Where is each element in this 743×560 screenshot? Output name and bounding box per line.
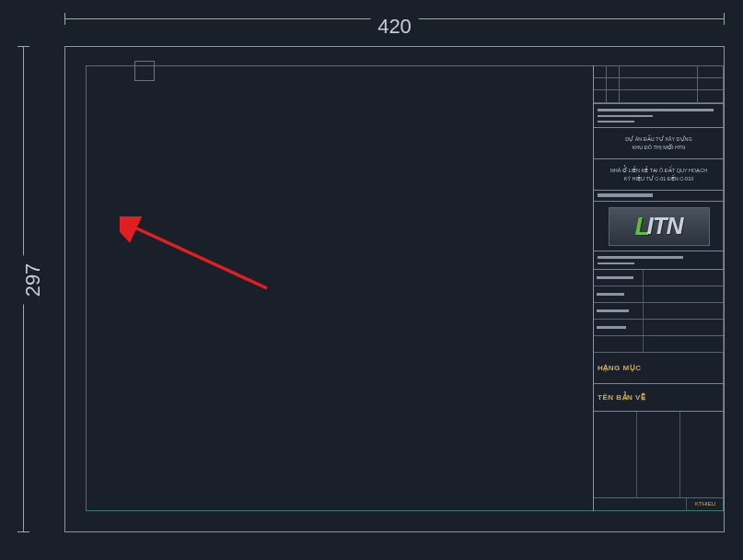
hangmuc-box: HẠNG MỤC (594, 353, 724, 384)
signature-row-2 (594, 286, 724, 303)
sub-line2: KÝ HIỆU TƯ C-01 ĐẾN C-010 (598, 176, 720, 182)
project-line2: KHU ĐÔ THỊ MỚI HTN (598, 145, 720, 151)
spacer-bars-2 (594, 251, 724, 270)
dimension-line-horizontal: 420 (64, 18, 725, 19)
signature-row-5 (594, 336, 724, 353)
origin-marker[interactable] (134, 61, 155, 81)
header-bars (594, 104, 724, 128)
spacer-bar-1 (594, 191, 724, 202)
cad-canvas[interactable]: 420 297 DỰ ÁN ĐẦU TƯ XÂY DỰNG KHU ĐÔ THỊ… (0, 0, 743, 560)
sub-line1: NHÀ Ở LIỀN KỀ TẠI Ô ĐẤT QUY HOẠCH (598, 168, 720, 174)
title-block[interactable]: DỰ ÁN ĐẦU TƯ XÂY DỰNG KHU ĐÔ THỊ MỚI HTN… (593, 65, 724, 511)
company-logo: L ITN (609, 207, 710, 246)
signature-row-4 (594, 320, 724, 336)
signature-row-1 (594, 270, 724, 286)
revision-grid (594, 65, 724, 104)
tenbanve-box: TÊN BẢN VẼ (594, 384, 724, 412)
project-name-box: DỰ ÁN ĐẦU TƯ XÂY DỰNG KHU ĐÔ THỊ MỚI HTN (594, 128, 724, 159)
dimension-width-value: 420 (370, 15, 419, 39)
footer-row: KTHIEU (594, 498, 724, 511)
sub-project-box: NHÀ Ở LIỀN KỀ TẠI Ô ĐẤT QUY HOẠCH KÝ HIỆ… (594, 159, 724, 191)
dimension-height-value: 297 (21, 256, 45, 305)
annotation-arrow (120, 216, 276, 299)
signature-row-3 (594, 303, 724, 320)
hangmuc-label: HẠNG MỤC (598, 364, 720, 372)
logo-suffix: ITN (647, 212, 683, 240)
footer-grid (594, 412, 724, 498)
project-line1: DỰ ÁN ĐẦU TƯ XÂY DỰNG (598, 136, 720, 143)
footer-code: KTHIEU (695, 501, 715, 508)
svg-line-1 (131, 226, 267, 288)
tenbanve-label: TÊN BẢN VẼ (598, 393, 720, 402)
logo-box: L ITN (594, 202, 724, 251)
